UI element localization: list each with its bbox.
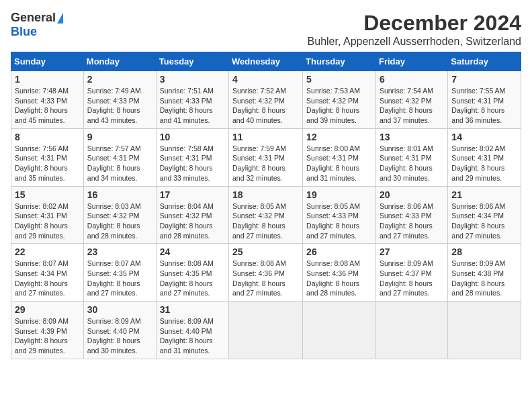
calendar-cell: 8Sunrise: 7:56 AM Sunset: 4:31 PM Daylig… <box>11 128 84 186</box>
day-number: 2 <box>87 74 152 85</box>
day-number: 25 <box>232 246 299 257</box>
calendar-cell: 23Sunrise: 8:07 AM Sunset: 4:35 PM Dayli… <box>83 244 156 302</box>
day-info: Sunrise: 8:08 AM Sunset: 4:36 PM Dayligh… <box>232 259 299 298</box>
calendar-cell: 11Sunrise: 7:59 AM Sunset: 4:31 PM Dayli… <box>229 128 303 186</box>
day-info: Sunrise: 8:09 AM Sunset: 4:37 PM Dayligh… <box>380 259 444 298</box>
day-info: Sunrise: 8:07 AM Sunset: 4:35 PM Dayligh… <box>87 259 152 298</box>
day-number: 26 <box>306 246 372 257</box>
calendar-cell: 2Sunrise: 7:49 AM Sunset: 4:33 PM Daylig… <box>83 71 156 129</box>
logo-icon <box>57 13 63 24</box>
calendar-cell: 5Sunrise: 7:53 AM Sunset: 4:32 PM Daylig… <box>303 71 376 129</box>
day-number: 12 <box>306 132 372 142</box>
title-area: December 2024 Buhler, Appenzell Ausserrh… <box>308 11 521 48</box>
logo: General Blue <box>11 11 63 39</box>
calendar-cell <box>375 302 447 359</box>
calendar-cell: 24Sunrise: 8:08 AM Sunset: 4:35 PM Dayli… <box>156 244 228 302</box>
day-number: 28 <box>451 246 517 257</box>
day-info: Sunrise: 8:00 AM Sunset: 4:31 PM Dayligh… <box>306 144 372 183</box>
calendar-cell: 4Sunrise: 7:52 AM Sunset: 4:32 PM Daylig… <box>229 71 303 129</box>
day-number: 4 <box>232 74 299 85</box>
day-info: Sunrise: 7:51 AM Sunset: 4:33 PM Dayligh… <box>160 86 225 126</box>
day-info: Sunrise: 8:06 AM Sunset: 4:33 PM Dayligh… <box>380 201 444 241</box>
day-info: Sunrise: 8:09 AM Sunset: 4:38 PM Dayligh… <box>451 259 517 298</box>
day-info: Sunrise: 7:55 AM Sunset: 4:31 PM Dayligh… <box>451 86 517 126</box>
day-number: 21 <box>451 189 517 200</box>
calendar-header-row: SundayMondayTuesdayWednesdayThursdayFrid… <box>11 52 521 71</box>
calendar-cell: 30Sunrise: 8:09 AM Sunset: 4:40 PM Dayli… <box>83 302 156 359</box>
day-info: Sunrise: 8:01 AM Sunset: 4:31 PM Dayligh… <box>380 144 444 183</box>
day-number: 29 <box>15 304 80 315</box>
day-number: 8 <box>15 132 80 142</box>
day-info: Sunrise: 7:53 AM Sunset: 4:32 PM Dayligh… <box>306 86 372 126</box>
calendar-cell: 1Sunrise: 7:48 AM Sunset: 4:33 PM Daylig… <box>11 71 84 129</box>
calendar-header-monday: Monday <box>83 52 156 71</box>
day-number: 10 <box>160 132 225 142</box>
logo-blue: Blue <box>11 25 37 38</box>
day-number: 18 <box>232 189 299 200</box>
day-number: 5 <box>306 74 372 85</box>
calendar-header-wednesday: Wednesday <box>229 52 303 71</box>
day-info: Sunrise: 8:09 AM Sunset: 4:39 PM Dayligh… <box>15 316 80 356</box>
day-info: Sunrise: 8:05 AM Sunset: 4:32 PM Dayligh… <box>232 201 299 241</box>
calendar-header-friday: Friday <box>375 52 447 71</box>
calendar-cell: 25Sunrise: 8:08 AM Sunset: 4:36 PM Dayli… <box>229 244 303 302</box>
day-info: Sunrise: 7:58 AM Sunset: 4:31 PM Dayligh… <box>160 144 225 183</box>
day-info: Sunrise: 8:08 AM Sunset: 4:36 PM Dayligh… <box>306 259 372 298</box>
day-info: Sunrise: 7:59 AM Sunset: 4:31 PM Dayligh… <box>232 144 299 183</box>
day-number: 27 <box>380 246 444 257</box>
subtitle: Buhler, Appenzell Ausserrhoden, Switzerl… <box>308 36 521 48</box>
calendar-cell: 26Sunrise: 8:08 AM Sunset: 4:36 PM Dayli… <box>303 244 376 302</box>
day-info: Sunrise: 7:56 AM Sunset: 4:31 PM Dayligh… <box>15 144 80 183</box>
calendar-cell: 6Sunrise: 7:54 AM Sunset: 4:32 PM Daylig… <box>375 71 447 129</box>
calendar-cell: 17Sunrise: 8:04 AM Sunset: 4:32 PM Dayli… <box>156 186 228 244</box>
day-info: Sunrise: 8:09 AM Sunset: 4:40 PM Dayligh… <box>87 316 152 356</box>
calendar-cell: 21Sunrise: 8:06 AM Sunset: 4:34 PM Dayli… <box>448 186 521 244</box>
day-number: 16 <box>87 189 152 200</box>
day-number: 14 <box>451 132 517 142</box>
day-info: Sunrise: 7:52 AM Sunset: 4:32 PM Dayligh… <box>232 86 299 126</box>
calendar-week-row: 8Sunrise: 7:56 AM Sunset: 4:31 PM Daylig… <box>11 128 521 186</box>
day-info: Sunrise: 7:54 AM Sunset: 4:32 PM Dayligh… <box>380 86 444 126</box>
calendar-cell: 18Sunrise: 8:05 AM Sunset: 4:32 PM Dayli… <box>229 186 303 244</box>
calendar-cell: 13Sunrise: 8:01 AM Sunset: 4:31 PM Dayli… <box>375 128 447 186</box>
day-info: Sunrise: 7:49 AM Sunset: 4:33 PM Dayligh… <box>87 86 152 126</box>
calendar-cell: 12Sunrise: 8:00 AM Sunset: 4:31 PM Dayli… <box>303 128 376 186</box>
calendar-cell: 19Sunrise: 8:05 AM Sunset: 4:33 PM Dayli… <box>303 186 376 244</box>
day-info: Sunrise: 8:09 AM Sunset: 4:40 PM Dayligh… <box>160 316 225 356</box>
logo-general: General <box>11 11 56 25</box>
calendar-cell: 22Sunrise: 8:07 AM Sunset: 4:34 PM Dayli… <box>11 244 84 302</box>
calendar-cell <box>303 302 376 359</box>
day-number: 24 <box>160 246 225 257</box>
day-number: 17 <box>160 189 225 200</box>
calendar-cell: 29Sunrise: 8:09 AM Sunset: 4:39 PM Dayli… <box>11 302 84 359</box>
calendar-week-row: 1Sunrise: 7:48 AM Sunset: 4:33 PM Daylig… <box>11 71 521 129</box>
calendar-header-sunday: Sunday <box>11 52 84 71</box>
calendar-week-row: 22Sunrise: 8:07 AM Sunset: 4:34 PM Dayli… <box>11 244 521 302</box>
day-info: Sunrise: 8:03 AM Sunset: 4:32 PM Dayligh… <box>87 201 152 241</box>
day-number: 7 <box>451 74 517 85</box>
calendar-cell: 7Sunrise: 7:55 AM Sunset: 4:31 PM Daylig… <box>448 71 521 129</box>
day-info: Sunrise: 7:48 AM Sunset: 4:33 PM Dayligh… <box>15 86 80 126</box>
day-info: Sunrise: 8:02 AM Sunset: 4:31 PM Dayligh… <box>451 144 517 183</box>
calendar-cell: 20Sunrise: 8:06 AM Sunset: 4:33 PM Dayli… <box>375 186 447 244</box>
calendar-cell <box>229 302 303 359</box>
calendar-cell: 27Sunrise: 8:09 AM Sunset: 4:37 PM Dayli… <box>375 244 447 302</box>
calendar-cell: 10Sunrise: 7:58 AM Sunset: 4:31 PM Dayli… <box>156 128 228 186</box>
calendar-week-row: 29Sunrise: 8:09 AM Sunset: 4:39 PM Dayli… <box>11 302 521 359</box>
calendar-cell: 28Sunrise: 8:09 AM Sunset: 4:38 PM Dayli… <box>448 244 521 302</box>
day-number: 23 <box>87 246 152 257</box>
calendar-cell: 16Sunrise: 8:03 AM Sunset: 4:32 PM Dayli… <box>83 186 156 244</box>
day-number: 1 <box>15 74 80 85</box>
day-number: 13 <box>380 132 444 142</box>
calendar-week-row: 15Sunrise: 8:02 AM Sunset: 4:31 PM Dayli… <box>11 186 521 244</box>
calendar-header-tuesday: Tuesday <box>156 52 228 71</box>
calendar-cell: 14Sunrise: 8:02 AM Sunset: 4:31 PM Dayli… <box>448 128 521 186</box>
calendar-header-saturday: Saturday <box>448 52 521 71</box>
calendar-cell: 9Sunrise: 7:57 AM Sunset: 4:31 PM Daylig… <box>83 128 156 186</box>
day-info: Sunrise: 8:06 AM Sunset: 4:34 PM Dayligh… <box>451 201 517 241</box>
day-number: 31 <box>160 304 225 315</box>
day-info: Sunrise: 8:02 AM Sunset: 4:31 PM Dayligh… <box>15 201 80 241</box>
day-number: 20 <box>380 189 444 200</box>
calendar-cell: 3Sunrise: 7:51 AM Sunset: 4:33 PM Daylig… <box>156 71 228 129</box>
day-info: Sunrise: 8:05 AM Sunset: 4:33 PM Dayligh… <box>306 201 372 241</box>
